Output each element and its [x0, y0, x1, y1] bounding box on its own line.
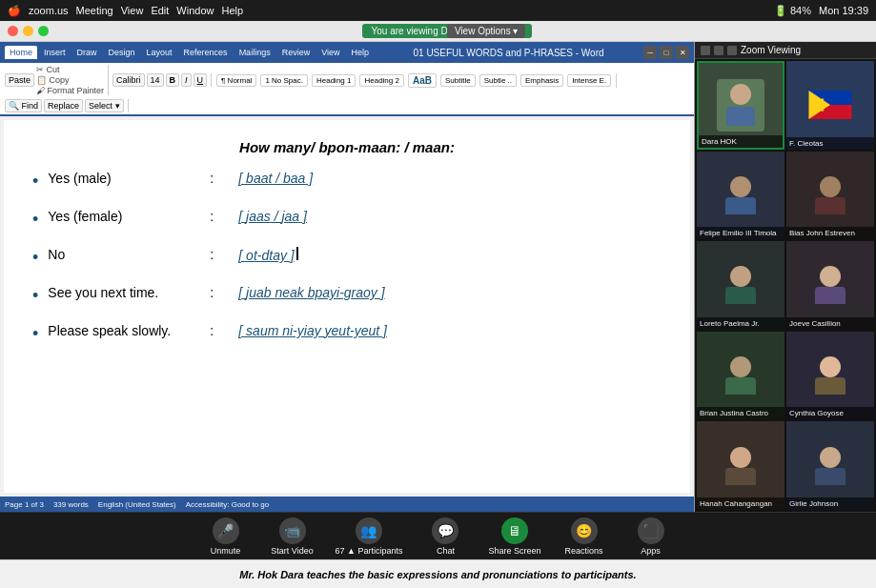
find-button[interactable]: 🔍 Find	[5, 99, 42, 112]
panel-maximize-button[interactable]	[714, 46, 723, 55]
reactions-label: Reactions	[564, 546, 602, 556]
tab-home[interactable]: Home	[5, 46, 37, 59]
document-heading: How many/ bpon-maan: / maan:	[32, 139, 662, 155]
style-intense[interactable]: Intense E.	[567, 74, 611, 87]
item-label-1: Yes (male)	[48, 171, 200, 186]
word-doc-title: 01 USEFUL WORDS and P-HRASES - Word	[377, 48, 641, 58]
style-emphasis[interactable]: Emphasis	[520, 74, 563, 87]
underline-button[interactable]: U	[194, 73, 208, 87]
style-heading1[interactable]: Heading 1	[312, 74, 356, 87]
panel-title-label: Zoom Viewing	[741, 45, 801, 55]
replace-button[interactable]: Replace	[44, 99, 83, 112]
tab-insert[interactable]: Insert	[39, 46, 71, 59]
language-indicator: English (United States)	[98, 500, 176, 509]
copy-button[interactable]: 📋 Copy	[36, 75, 104, 85]
bullet-dot: •	[32, 172, 38, 190]
style-nospace[interactable]: 1 No Spac.	[260, 74, 308, 87]
menu-zoomus[interactable]: zoom.us	[29, 5, 69, 16]
font-selector[interactable]: Calibri	[112, 73, 145, 87]
participant-name-brian: Brian Justina Castro	[697, 407, 784, 419]
word-close-button[interactable]: ✕	[676, 46, 689, 59]
participants-button[interactable]: 👥 67 ▲ Participants	[336, 517, 403, 556]
tab-help[interactable]: Help	[347, 46, 375, 59]
item-colon-3: :	[210, 247, 229, 262]
tab-view[interactable]: View	[316, 46, 344, 59]
maximize-window-button[interactable]	[38, 26, 49, 36]
unmute-label: Unmute	[211, 546, 241, 556]
menu-edit[interactable]: Edit	[151, 5, 169, 16]
participant-tile-loreto: Loreto Paelma Jr.	[697, 241, 784, 330]
chat-button[interactable]: 💬 Chat	[421, 517, 469, 556]
participant-name-flag: F. Cleotas	[786, 137, 874, 150]
document-content: How many/ bpon-maan: / maan: • Yes (male…	[4, 120, 690, 493]
share-screen-button[interactable]: 🖥 Share Screen	[488, 517, 540, 556]
style-subtle[interactable]: Subtle ..	[479, 74, 517, 87]
word-minimize-button[interactable]: ─	[643, 46, 657, 59]
style-subtitle[interactable]: Subtitle	[440, 74, 476, 87]
format-painter-button[interactable]: 🖌 Format Painter	[36, 86, 104, 95]
style-title[interactable]: AaB	[408, 73, 437, 88]
close-window-button[interactable]	[8, 26, 18, 36]
select-button[interactable]: Select ▾	[85, 99, 124, 112]
menu-view[interactable]: View	[121, 5, 144, 16]
unmute-button[interactable]: 🎤 Unmute	[202, 517, 250, 556]
video-icon: 📹	[279, 517, 306, 544]
menu-meeting[interactable]: Meeting	[76, 5, 113, 16]
tab-mailings[interactable]: Mailings	[234, 46, 275, 59]
participant-name-dara: Dara HOK	[699, 135, 783, 148]
tab-references[interactable]: References	[179, 46, 233, 59]
start-video-button[interactable]: 📹 Start Video	[269, 517, 316, 556]
participant-tile-cynthia: Cynthia Goyose	[786, 332, 874, 420]
panel-minimize-button[interactable]	[701, 46, 710, 55]
minimize-window-button[interactable]	[23, 26, 33, 36]
item-label-5: Please speak slowly.	[48, 323, 200, 338]
menu-help[interactable]: Help	[221, 5, 243, 16]
unmute-icon: 🎤	[213, 517, 239, 544]
share-screen-icon: 🖥	[501, 517, 528, 544]
item-value-2: [ jaas / jaa ]	[238, 209, 307, 224]
panel-controls	[701, 46, 737, 55]
main-content-area: Home Insert Draw Design Layout Reference…	[0, 42, 876, 512]
font-size-selector[interactable]: 14	[147, 73, 164, 87]
participant-name-loreto: Loreto Paelma Jr.	[697, 317, 784, 330]
participant-tile-brian: Brian Justina Castro	[697, 332, 784, 420]
reactions-icon: 😊	[571, 517, 598, 544]
word-maximize-button[interactable]: □	[660, 46, 673, 59]
menubar-left: 🍎 zoom.us Meeting View Edit Window Help	[8, 5, 243, 17]
bullet-dot: •	[32, 287, 38, 304]
reactions-button[interactable]: 😊 Reactions	[560, 517, 608, 556]
svg-point-3	[814, 102, 822, 110]
participant-tile-felipe: Felipe Emilio III Timola	[697, 152, 784, 240]
participant-grid: Dara HOK	[695, 59, 876, 512]
participant-name-girlie: Girlie Johnson	[786, 497, 874, 510]
bullet-dot: •	[32, 211, 38, 228]
participant-name-joeve: Joeve Casillion	[786, 317, 874, 330]
word-count: 339 words	[53, 500, 89, 509]
share-screen-label: Share Screen	[488, 546, 540, 556]
word-document-area: Home Insert Draw Design Layout Reference…	[0, 42, 695, 512]
panel-close-button[interactable]	[727, 46, 737, 55]
italic-button[interactable]: I	[181, 73, 192, 87]
battery-indicator: 🔋 84%	[774, 5, 811, 17]
menu-window[interactable]: Window	[176, 5, 214, 16]
participant-name-cynthia: Cynthia Goyose	[786, 407, 874, 419]
clipboard-group: Paste ✂ Cut 📋 Copy 🖌 Format Painter	[5, 65, 109, 95]
apps-button[interactable]: ⬛ Apps	[627, 517, 675, 556]
word-status-bar: Page 1 of 3 339 words English (United St…	[0, 497, 694, 512]
tab-design[interactable]: Design	[104, 46, 140, 59]
tab-layout[interactable]: Layout	[142, 46, 177, 59]
view-options-button[interactable]: View Options ▾	[447, 24, 526, 38]
participant-name-biasjohn: Bias John Estreven	[786, 227, 874, 239]
list-item: • No : [ ot-dtay ]	[32, 247, 662, 266]
paste-button[interactable]: Paste	[5, 73, 34, 87]
tab-review[interactable]: Review	[277, 46, 316, 59]
zoom-titlebar: Zoom Viewing You are viewing Dara HOK's …	[0, 21, 876, 42]
cut-button[interactable]: ✂ Cut	[36, 65, 104, 74]
style-normal[interactable]: ¶ Normal	[216, 74, 256, 87]
bold-button[interactable]: B	[166, 73, 180, 87]
bullet-dot: •	[32, 249, 38, 266]
item-value-1: [ baat / baa ]	[238, 171, 313, 186]
tab-draw[interactable]: Draw	[72, 46, 102, 59]
svg-point-7	[821, 109, 824, 112]
style-heading2[interactable]: Heading 2	[359, 74, 403, 87]
